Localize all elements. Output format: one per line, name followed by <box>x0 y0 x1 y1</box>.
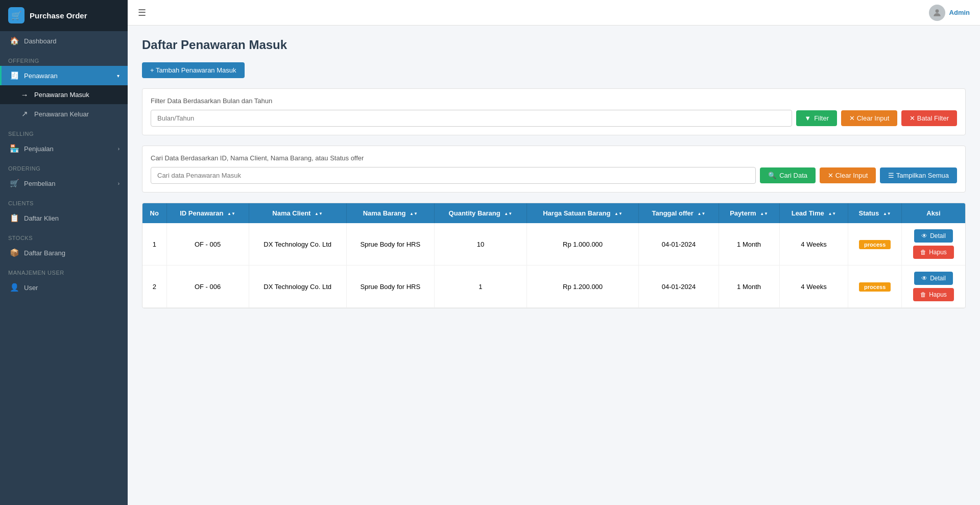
cell-harga-1: Rp 1.200.000 <box>527 266 638 308</box>
table-body: 1 OF - 005 DX Technology Co. Ltd Sprue B… <box>142 223 965 308</box>
add-penawaran-button[interactable]: + Tambah Penawaran Masuk <box>142 62 245 78</box>
tampilkan-semua-button[interactable]: ☰ Tampilkan Semua <box>880 167 957 183</box>
th-nama-barang-label: Nama Barang <box>363 209 406 217</box>
filter-section-label: Filter Data Berdasarkan Bulan dan Tahun <box>151 97 957 105</box>
clear-input-label: ✕ Clear Input <box>849 114 889 122</box>
sidebar-item-penawaran-keluar[interactable]: ↗ Penawaran Keluar <box>0 104 128 124</box>
cell-lead-time-0: 4 Weeks <box>779 223 848 266</box>
action-btns-0: 👁 Detail 🗑 Hapus <box>907 229 960 259</box>
batal-filter-button[interactable]: ✕ Batal Filter <box>901 110 957 126</box>
cell-qty-1: 1 <box>434 266 527 308</box>
cari-data-label: Cari Data <box>779 172 807 179</box>
status-badge-0: process <box>859 240 891 249</box>
cell-id-0: OF - 005 <box>166 223 249 266</box>
filter-input[interactable] <box>151 110 792 127</box>
hapus-button-1[interactable]: 🗑 Hapus <box>913 288 954 301</box>
sidebar-item-user[interactable]: 👤 User <box>0 278 128 297</box>
th-harga-satuan[interactable]: Harga Satuan Barang ▲▼ <box>527 203 638 223</box>
avatar <box>929 5 945 21</box>
brand-icon: 🛒 <box>8 7 25 23</box>
main-wrapper: ☰ Admin Daftar Penawaran Masuk + Tambah … <box>128 0 980 505</box>
detail-button-0[interactable]: 👁 Detail <box>914 229 953 243</box>
cell-tanggal-1: 04-01-2024 <box>639 266 719 308</box>
search-section-label: Cari Data Berdasarkan ID, Nama Client, N… <box>151 154 957 162</box>
th-nama-client[interactable]: Nama Client ▲▼ <box>249 203 346 223</box>
cell-harga-0: Rp 1.000.000 <box>527 223 638 266</box>
cari-data-button[interactable]: 🔍 Cari Data <box>760 167 816 183</box>
penawaran-table: No ID Penawaran ▲▼ Nama Client ▲▼ Nama B… <box>142 203 965 308</box>
sort-arrows-id: ▲▼ <box>227 211 235 216</box>
pembelian-icon: 🛒 <box>10 179 19 188</box>
th-status-label: Status <box>859 209 879 217</box>
sort-arrows-payterm: ▲▼ <box>760 211 768 216</box>
trash-icon-0: 🗑 <box>920 249 926 256</box>
th-quantity-barang[interactable]: Quantity Barang ▲▼ <box>434 203 527 223</box>
th-no-label: No <box>150 209 159 217</box>
th-id-penawaran[interactable]: ID Penawaran ▲▼ <box>166 203 249 223</box>
cell-id-1: OF - 006 <box>166 266 249 308</box>
filter-button[interactable]: ▼ Filter <box>796 110 837 126</box>
penjualan-icon: 🏪 <box>10 144 19 153</box>
th-lead-time[interactable]: Lead Time ▲▼ <box>779 203 848 223</box>
status-badge-1: process <box>859 282 891 292</box>
sidebar-item-daftar-barang[interactable]: 📦 Daftar Barang <box>0 243 128 262</box>
th-payterm[interactable]: Payterm ▲▼ <box>719 203 779 223</box>
sort-arrows-tanggal: ▲▼ <box>698 211 706 216</box>
brand-name: Purchase Order <box>30 11 87 20</box>
action-btns-1: 👁 Detail 🗑 Hapus <box>907 272 960 301</box>
search-row: 🔍 Cari Data ✕ Clear Input ☰ Tampilkan Se… <box>151 167 957 184</box>
hapus-button-0[interactable]: 🗑 Hapus <box>913 246 954 259</box>
penawaran-submenu: → Penawaran Masuk ↗ Penawaran Keluar <box>0 85 128 124</box>
sidebar-item-penjualan[interactable]: 🏪 Penjualan › <box>0 139 128 158</box>
hamburger-button[interactable]: ☰ <box>138 7 146 18</box>
penawaran-masuk-icon: → <box>20 90 29 99</box>
cell-client-0: DX Technology Co. Ltd <box>249 223 346 266</box>
section-label-offering: Offering <box>0 51 128 66</box>
home-icon: 🏠 <box>10 36 19 45</box>
th-lead-time-label: Lead Time <box>792 209 824 217</box>
th-tanggal-offer[interactable]: Tanggal offer ▲▼ <box>639 203 719 223</box>
clear-search-label: ✕ Clear Input <box>828 172 868 179</box>
section-label-ordering: Ordering <box>0 158 128 174</box>
sidebar-label-penawaran-keluar: Penawaran Keluar <box>34 110 89 118</box>
daftar-barang-icon: 📦 <box>10 248 19 257</box>
sidebar-label-daftar-barang: Daftar Barang <box>24 249 65 257</box>
section-label-clients: Clients <box>0 193 128 208</box>
th-no: No <box>142 203 166 223</box>
cell-barang-1: Sprue Body for HRS <box>346 266 434 308</box>
batal-filter-label: ✕ Batal Filter <box>910 114 949 122</box>
section-label-manajemen-user: Manajemen User <box>0 262 128 278</box>
admin-name: Admin <box>949 9 970 16</box>
search-input[interactable] <box>151 167 756 184</box>
search-icon: 🔍 <box>768 172 776 179</box>
trash-icon-1: 🗑 <box>920 291 926 298</box>
tampilkan-semua-label: ☰ Tampilkan Semua <box>888 172 949 179</box>
th-status[interactable]: Status ▲▼ <box>848 203 902 223</box>
clear-search-button[interactable]: ✕ Clear Input <box>820 167 876 183</box>
sidebar-item-penawaran[interactable]: 🧾 Penawaran ▾ <box>0 66 128 85</box>
daftar-klien-icon: 📋 <box>10 213 19 223</box>
th-aksi-label: Aksi <box>926 209 940 217</box>
th-harga-label: Harga Satuan Barang <box>543 209 610 217</box>
cell-no-1: 2 <box>142 266 166 308</box>
filter-label: Filter <box>814 114 829 122</box>
sidebar-label-penawaran-masuk: Penawaran Masuk <box>34 91 89 99</box>
sidebar-item-dashboard[interactable]: 🏠 Dashboard <box>0 31 128 51</box>
cell-no-0: 1 <box>142 223 166 266</box>
sidebar-item-daftar-klien[interactable]: 📋 Daftar Klien <box>0 208 128 228</box>
cell-payterm-0: 1 Month <box>719 223 779 266</box>
sidebar-brand: 🛒 Purchase Order <box>0 0 128 31</box>
chevron-down-icon: ▾ <box>117 73 119 79</box>
topbar-user[interactable]: Admin <box>929 5 970 21</box>
sidebar-item-penawaran-masuk[interactable]: → Penawaran Masuk <box>0 85 128 104</box>
sort-arrows-client: ▲▼ <box>315 211 323 216</box>
clear-input-button[interactable]: ✕ Clear Input <box>841 110 897 126</box>
sidebar-label-pembelian: Pembelian <box>24 180 55 187</box>
detail-button-1[interactable]: 👁 Detail <box>914 272 953 285</box>
chevron-right-icon: › <box>118 146 119 152</box>
filter-section: Filter Data Berdasarkan Bulan dan Tahun … <box>142 88 966 135</box>
sidebar-label-daftar-klien: Daftar Klien <box>24 214 59 222</box>
sidebar-item-pembelian[interactable]: 🛒 Pembelian › <box>0 174 128 193</box>
th-nama-barang[interactable]: Nama Barang ▲▼ <box>346 203 434 223</box>
sort-arrows-barang: ▲▼ <box>410 211 418 216</box>
